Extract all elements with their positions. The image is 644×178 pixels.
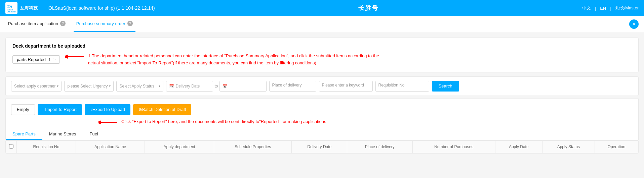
status-select-placeholder: Select Apply Status: [119, 84, 154, 88]
col-application-name: Application Name: [76, 140, 145, 153]
system-name: OLSaaS(local software for ship) (1.1.104…: [48, 5, 155, 11]
col-number-of-purchases: Number of Purchases: [412, 140, 495, 153]
empty-button[interactable]: Empty: [11, 104, 35, 115]
top-nav: 互海 OCEAN LINK TECH 互海科技 OLSaaS(local sof…: [0, 0, 644, 16]
calendar-start-icon: 📅: [169, 84, 174, 88]
export-annotation: Click "Export to Report" here, and the d…: [98, 119, 633, 126]
department-select-placeholder: Select apply departmer: [14, 84, 55, 88]
tab-purchase-summary[interactable]: Purchase summary order ?: [74, 16, 135, 32]
delivery-date-placeholder: Delivery Date: [175, 84, 200, 88]
action-section: Empty ↑Import to Report ↓Export to Uploa…: [5, 99, 639, 129]
keyword-placeholder: Please enter a keyword: [322, 83, 364, 87]
keyword-input[interactable]: Please enter a keyword: [319, 81, 373, 92]
table-header-row: Requisition No Application Name Apply de…: [6, 140, 638, 153]
col-checkbox-header[interactable]: [6, 140, 17, 153]
department-chevron: ▾: [57, 84, 58, 88]
data-table: Requisition No Application Name Apply de…: [6, 140, 638, 153]
parts-badge-count: 1: [48, 57, 51, 62]
place-of-delivery-placeholder: Place of delivery: [272, 83, 302, 87]
delivery-date-start[interactable]: 📅 Delivery Date: [166, 81, 213, 92]
status-select[interactable]: Select Apply Status ▾: [116, 81, 163, 92]
company-name: 互海科技: [20, 5, 38, 11]
batch-deletion-button[interactable]: ⊕Batch Deletion of Draft: [133, 104, 192, 115]
export-arrow: [98, 119, 119, 126]
delivery-date-end[interactable]: 📅: [219, 81, 267, 92]
place-of-delivery-input[interactable]: Place of delivery: [269, 81, 316, 92]
upload-annotation-text: 1.The department head or related personn…: [88, 53, 391, 67]
export-to-upload-button[interactable]: ↓Export to Upload: [85, 104, 130, 115]
col-apply-date: Apply Date: [495, 140, 542, 153]
tab-purchase-item-label: Purchase item application: [8, 21, 58, 26]
user-sep: |: [610, 6, 611, 11]
parts-badge-text: parts Reported: [17, 57, 46, 62]
lang-en-link[interactable]: EN: [600, 6, 606, 11]
nav-logo: 互海 OCEAN LINK TECH 互海科技: [5, 2, 38, 14]
logo-icon: 互海 OCEAN LINK TECH: [5, 2, 17, 14]
tab-bar: Purchase item application ? Purchase sum…: [0, 16, 644, 32]
content-area: Deck department to be uploaded parts Rep…: [0, 32, 644, 159]
svg-text:互海: 互海: [7, 5, 12, 8]
urgency-select-placeholder: please Select Urgency: [67, 84, 108, 88]
upload-row: parts Reported 1 > 1.The department: [12, 53, 632, 67]
ship-name: 长胜号: [155, 4, 582, 12]
action-row: Empty ↑Import to Report ↓Export to Uploa…: [11, 102, 633, 118]
sub-tab-fuel[interactable]: Fuel: [83, 129, 105, 140]
export-annotation-text: Click "Export to Report" here, and the d…: [121, 119, 326, 124]
parts-badge-chevron: >: [53, 58, 55, 61]
tab-close-button[interactable]: ×: [629, 19, 639, 29]
import-to-report-button[interactable]: ↑Import to Report: [38, 104, 82, 115]
tab-purchase-item[interactable]: Purchase item application ?: [5, 16, 68, 32]
upload-section: Deck department to be uploaded parts Rep…: [5, 38, 639, 72]
col-delivery-date: Delivery Date: [292, 140, 347, 153]
sub-tabs: Spare Parts Marine Stores Fuel: [5, 129, 639, 140]
col-schedule-properties: Schedule Properties: [214, 140, 291, 153]
tab2-help[interactable]: ?: [127, 21, 133, 26]
nav-right: 中文 | EN | 船长/Master: [582, 5, 639, 11]
svg-text:LINK TECH: LINK TECH: [7, 11, 16, 13]
parts-badge[interactable]: parts Reported 1 >: [12, 55, 60, 64]
status-chevron: ▾: [159, 84, 160, 88]
requisition-no-input[interactable]: Requisition No: [375, 81, 429, 92]
col-requisition-no: Requisition No: [17, 140, 76, 153]
select-all-checkbox[interactable]: [9, 144, 13, 149]
table-section: Requisition No Application Name Apply de…: [5, 140, 639, 154]
filter-section: Select apply departmer ▾ please Select U…: [5, 76, 639, 96]
urgency-select[interactable]: please Select Urgency ▾: [64, 81, 114, 92]
department-select[interactable]: Select apply departmer ▾: [11, 81, 62, 92]
sub-tab-spare-parts[interactable]: Spare Parts: [6, 129, 42, 140]
annotation-arrow: [65, 53, 85, 60]
col-apply-status: Apply Status: [542, 140, 595, 153]
urgency-chevron: ▾: [109, 84, 111, 88]
search-button[interactable]: Search: [432, 81, 459, 92]
col-operation: Operation: [595, 140, 638, 153]
calendar-end-icon: 📅: [223, 84, 228, 88]
requisition-no-placeholder: Requisition No: [378, 83, 405, 87]
sub-tab-marine-stores[interactable]: Marine Stores: [42, 129, 83, 140]
tab-purchase-summary-label: Purchase summary order: [76, 21, 125, 26]
logo-text: 互海科技: [20, 5, 38, 11]
upload-section-title: Deck department to be uploaded: [12, 43, 632, 49]
user-role-link[interactable]: 船长/Master: [615, 5, 639, 11]
filter-row: Select apply departmer ▾ please Select U…: [11, 81, 633, 92]
lang-sep1: |: [595, 6, 596, 11]
lang-zh-link[interactable]: 中文: [582, 5, 591, 11]
col-place-of-delivery: Place of delivery: [347, 140, 412, 153]
col-apply-department: Apply department: [145, 140, 214, 153]
date-to-label: to: [214, 84, 218, 88]
upload-annotation: 1.The department head or related personn…: [65, 53, 391, 67]
date-range: 📅 Delivery Date to 📅: [166, 81, 266, 92]
tab1-help[interactable]: ?: [60, 21, 66, 26]
